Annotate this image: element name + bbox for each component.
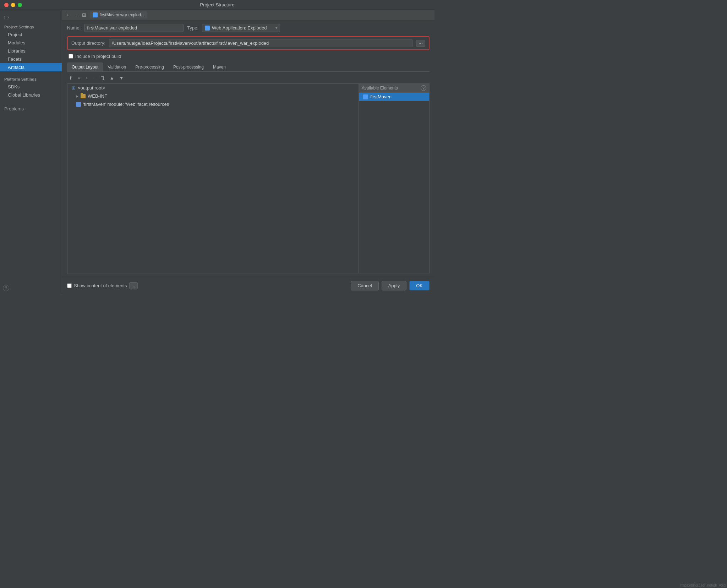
ok-button[interactable]: OK: [409, 281, 430, 290]
maximize-button[interactable]: [18, 3, 22, 7]
sidebar-item-sdks[interactable]: SDKs: [0, 83, 62, 91]
browse-button[interactable]: ⋯: [416, 40, 425, 47]
type-label: Type:: [187, 25, 198, 31]
output-root-icon: ⊞: [72, 85, 76, 91]
tree-item-web-inf[interactable]: ▶ WEB-INF: [67, 92, 359, 100]
right-tree: Available Elements ? firstMaven: [359, 83, 430, 273]
web-resource-icon: [76, 102, 81, 107]
folder-open-icon: ⋯: [419, 41, 423, 46]
show-content-row: Show content of elements ...: [67, 282, 138, 289]
tree-item-output-root[interactable]: ⊞ <output root>: [67, 84, 359, 92]
chevron-down-icon: ▾: [275, 26, 277, 30]
bottom-buttons: Cancel Apply OK: [351, 281, 430, 290]
bottom-bar: Show content of elements ... Cancel Appl…: [62, 277, 434, 294]
sidebar-nav: ‹ ›: [0, 13, 62, 23]
sidebar-bottom: ?: [0, 282, 62, 294]
type-icon: [205, 26, 210, 31]
sidebar-item-project[interactable]: Project: [0, 31, 62, 39]
window-title: Project Structure: [200, 2, 235, 7]
platform-settings-label: Platform Settings: [0, 75, 62, 83]
tree-toolbar: ⬆ ≡ + − ⇅ ▲ ▼: [67, 75, 430, 81]
tree-item-web-facet[interactable]: 'firstMaven' module: 'Web' facet resourc…: [67, 100, 359, 108]
help-icon[interactable]: ?: [421, 85, 426, 91]
include-in-build-row: Include in project build: [67, 54, 430, 59]
sidebar-item-global-libraries[interactable]: Global Libraries: [0, 91, 62, 99]
artifact-icon: [93, 12, 98, 17]
main-layout: ‹ › Project Settings Project Modules Lib…: [0, 10, 434, 294]
cancel-button[interactable]: Cancel: [351, 281, 378, 290]
available-elements-header: Available Elements ?: [359, 84, 429, 93]
show-content-more-button[interactable]: ...: [129, 282, 138, 289]
tab-post-processing[interactable]: Post-processing: [169, 62, 208, 71]
artifact-item[interactable]: firstMaven:war explod...: [90, 11, 147, 18]
output-dir-label: Output directory:: [71, 40, 105, 46]
artifact-header-strip: + − ⊞ firstMaven:war explod...: [62, 10, 434, 20]
name-label: Name:: [67, 25, 81, 31]
tree-remove-btn[interactable]: −: [91, 75, 98, 81]
tree-item-first-maven[interactable]: firstMaven: [359, 93, 429, 101]
name-type-row: Name: Type: Web Application: Exploded ▾: [67, 24, 430, 32]
include-in-build-label: Include in project build: [75, 54, 121, 59]
minimize-button[interactable]: [11, 3, 15, 7]
tab-validation[interactable]: Validation: [103, 62, 131, 71]
sidebar-item-problems[interactable]: Problems: [0, 105, 62, 113]
type-select[interactable]: Web Application: Exploded ▾: [202, 24, 280, 32]
tab-output-layout[interactable]: Output Layout: [67, 62, 103, 71]
tree-sort-btn[interactable]: ⇅: [99, 75, 106, 81]
name-input[interactable]: [84, 24, 184, 32]
sidebar-item-modules[interactable]: Modules: [0, 39, 62, 47]
show-content-checkbox[interactable]: [67, 283, 72, 288]
two-col-layout: ⊞ <output root> ▶ WEB-INF 'firstMaven' m…: [67, 83, 430, 273]
content-area: + − ⊞ firstMaven:war explod... Name: Typ…: [62, 10, 434, 294]
traffic-lights[interactable]: [4, 3, 22, 7]
show-content-label: Show content of elements: [74, 283, 127, 288]
apply-button[interactable]: Apply: [382, 281, 407, 290]
output-dir-row: Output directory: ⋯: [67, 36, 430, 50]
module-icon: [363, 94, 368, 99]
nav-forward-button[interactable]: ›: [7, 14, 9, 20]
left-tree: ⊞ <output root> ▶ WEB-INF 'firstMaven' m…: [67, 83, 359, 273]
folder-icon: [81, 94, 86, 98]
add-artifact-button[interactable]: +: [65, 11, 71, 18]
sidebar: ‹ › Project Settings Project Modules Lib…: [0, 10, 62, 294]
tab-pre-processing[interactable]: Pre-processing: [131, 62, 169, 71]
sidebar-item-facets[interactable]: Facets: [0, 55, 62, 63]
tree-arrow-down-btn[interactable]: ▼: [117, 75, 126, 81]
tree-list-btn[interactable]: ≡: [76, 75, 82, 81]
sidebar-item-libraries[interactable]: Libraries: [0, 47, 62, 55]
help-button[interactable]: ?: [3, 285, 9, 291]
title-bar: Project Structure: [0, 0, 434, 10]
right-panel: Name: Type: Web Application: Exploded ▾ …: [62, 20, 434, 277]
close-button[interactable]: [4, 3, 9, 7]
project-settings-label: Project Settings: [0, 23, 62, 31]
copy-artifact-button[interactable]: ⊞: [81, 11, 88, 18]
include-in-build-checkbox[interactable]: [69, 54, 73, 59]
tabs-row: Output Layout Validation Pre-processing …: [67, 62, 430, 72]
remove-artifact-button[interactable]: −: [73, 11, 78, 18]
tree-move-up-btn[interactable]: ⬆: [67, 75, 75, 81]
nav-back-button[interactable]: ‹: [4, 14, 5, 20]
tree-arrow-up-btn[interactable]: ▲: [108, 75, 116, 81]
sidebar-item-artifacts[interactable]: Artifacts: [0, 63, 62, 71]
output-dir-input[interactable]: [109, 39, 412, 47]
tree-add-btn[interactable]: +: [84, 75, 90, 81]
tab-maven[interactable]: Maven: [208, 62, 230, 71]
expand-arrow-icon: ▶: [76, 94, 78, 98]
